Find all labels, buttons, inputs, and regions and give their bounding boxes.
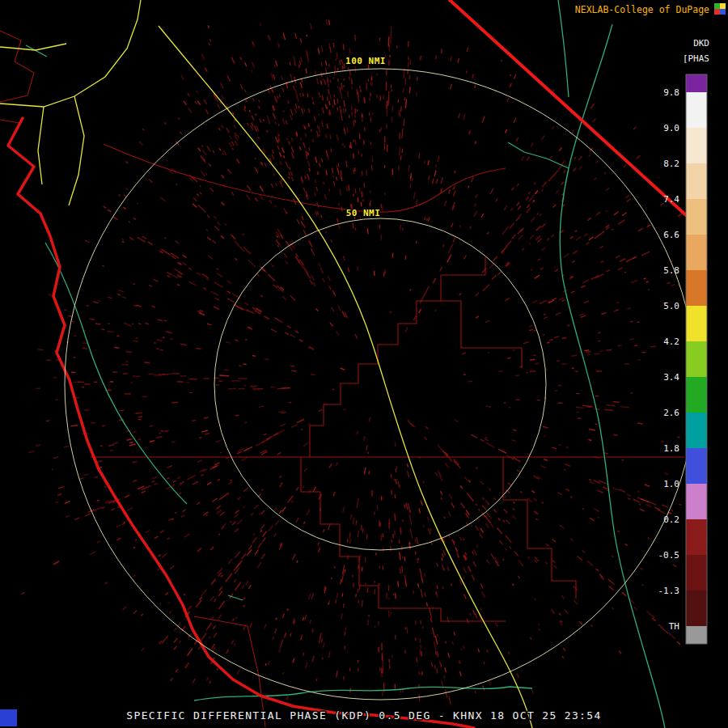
colorbar-tick-label: 5.0 xyxy=(663,301,679,311)
colorbar-tick-label: 7.4 xyxy=(663,194,679,205)
colorbar-segment xyxy=(686,448,707,484)
colorbar xyxy=(686,74,707,644)
colorbar-tick-label: -1.3 xyxy=(658,586,680,596)
colorbar-segment xyxy=(686,163,707,199)
colorbar-segment xyxy=(686,484,707,519)
colorbar-tick-label: 1.8 xyxy=(663,443,679,454)
colorbar-tick-label: 4.2 xyxy=(663,336,679,347)
brand-text: NEXLAB-College of DuPage xyxy=(575,4,709,15)
colorbar-tick-label: 6.6 xyxy=(663,230,679,240)
colorbar-tick-label: TH xyxy=(669,621,679,632)
radar-viewer: 100 NMI 50 NMI 9.89.08.27.46.65.85.04.23… xyxy=(0,0,728,728)
colorbar-tick-label: 1.0 xyxy=(663,479,679,489)
colorbar-segment xyxy=(686,341,707,377)
colorbar-tick-label: -0.5 xyxy=(658,550,680,561)
colorbar-tick-label: 5.8 xyxy=(663,265,679,276)
nexlab-logo-icon xyxy=(714,3,726,15)
colorbar-segment xyxy=(686,519,707,555)
range-ring-100nmi-label: 100 NMI xyxy=(345,56,386,66)
radar-map: 100 NMI 50 NMI 9.89.08.27.46.65.85.04.23… xyxy=(0,0,728,728)
colorbar-segment xyxy=(686,306,707,341)
colorbar-tick-label: 8.2 xyxy=(663,159,679,169)
colorbar-tick-label: 0.2 xyxy=(663,514,679,525)
colorbar-tick-label: 2.6 xyxy=(663,408,679,418)
product-code-label: DKD xyxy=(693,38,709,49)
colorbar-segment xyxy=(686,199,707,235)
colorbar-segment xyxy=(686,377,707,413)
colorbar-segment xyxy=(686,590,707,626)
colorbar-tick-label: 9.0 xyxy=(663,123,679,133)
colorbar-tick-label: 9.8 xyxy=(663,87,679,98)
range-ring-50nmi-label: 50 NMI xyxy=(346,208,381,218)
product-units-label: [PHAS xyxy=(683,53,709,64)
colorbar-segment xyxy=(686,413,707,448)
colorbar-segment xyxy=(686,128,707,163)
colorbar-segment xyxy=(686,626,707,644)
colorbar-segment xyxy=(686,235,707,270)
colorbar-tick-label: 3.4 xyxy=(663,372,679,383)
corner-marker xyxy=(0,709,17,726)
colorbar-segment xyxy=(686,555,707,590)
colorbar-segment xyxy=(686,270,707,306)
colorbar-segment xyxy=(686,92,707,128)
colorbar-segment xyxy=(686,74,707,92)
status-bar-text: SPECIFIC DIFFERENTIAL PHASE (KDP) 0.5 DE… xyxy=(126,709,601,722)
